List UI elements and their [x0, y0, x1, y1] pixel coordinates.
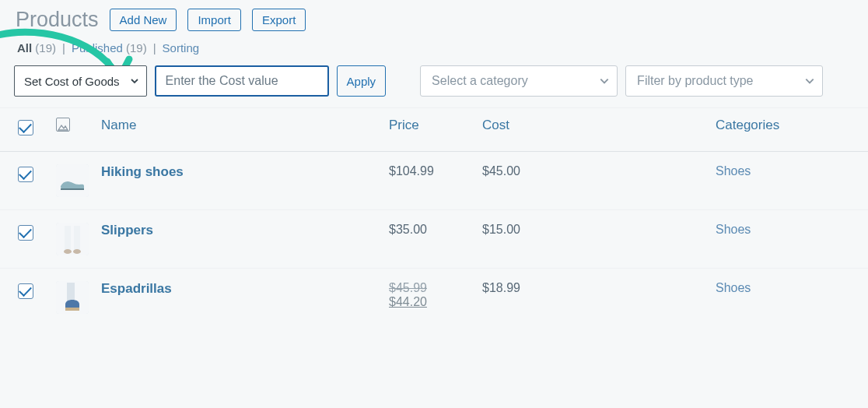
table-row: Slippers $35.00 $15.00 Shoes: [0, 210, 868, 269]
filter-separator: |: [62, 41, 65, 55]
add-new-button[interactable]: Add New: [110, 9, 177, 31]
image-column-icon: [56, 118, 70, 132]
product-category-link[interactable]: Shoes: [716, 281, 751, 294]
product-type-filter-label: Filter by product type: [637, 74, 753, 88]
product-name-link[interactable]: Slippers: [101, 223, 153, 237]
svg-point-5: [73, 249, 81, 254]
product-category-link[interactable]: Shoes: [716, 223, 751, 236]
product-thumbnail[interactable]: [56, 164, 89, 197]
product-thumbnail[interactable]: [56, 223, 89, 255]
filter-published[interactable]: Published (19): [72, 41, 147, 55]
filter-all[interactable]: All (19): [17, 41, 56, 55]
category-filter-select[interactable]: Select a category: [420, 65, 618, 97]
products-table: Name Price Cost Categories Hiking shoes …: [0, 107, 868, 326]
bulk-action-select[interactable]: Set Cost of Goods: [14, 65, 147, 97]
row-checkbox[interactable]: [18, 283, 33, 299]
product-price-original: $45.99: [389, 281, 470, 295]
column-header-price[interactable]: Price: [383, 108, 476, 152]
filter-separator: |: [153, 41, 156, 55]
product-thumbnail[interactable]: [56, 281, 89, 314]
svg-rect-8: [65, 308, 79, 311]
column-header-categories[interactable]: Categories: [709, 108, 868, 152]
product-price: $35.00: [389, 223, 427, 236]
cost-value-input[interactable]: [155, 65, 329, 97]
table-row: Espadrillas $45.99 $44.20 $18.99 Shoes: [0, 269, 868, 327]
filter-all-count: (19): [35, 41, 56, 55]
filter-all-label: All: [17, 41, 32, 55]
column-header-name[interactable]: Name: [95, 108, 383, 152]
product-name-link[interactable]: Hiking shoes: [101, 164, 184, 179]
apply-button[interactable]: Apply: [337, 65, 387, 97]
filter-published-label: Published: [72, 41, 123, 55]
import-button[interactable]: Import: [187, 9, 241, 31]
svg-point-4: [64, 249, 72, 254]
filter-sorting[interactable]: Sorting: [163, 41, 200, 55]
product-cost: $15.00: [482, 223, 520, 236]
svg-rect-1: [56, 223, 89, 255]
product-category-link[interactable]: Shoes: [716, 164, 751, 178]
product-price: $104.99: [389, 164, 434, 178]
row-checkbox[interactable]: [18, 167, 33, 182]
product-price-sale: $44.20: [389, 295, 427, 308]
product-cost: $45.00: [482, 164, 520, 178]
svg-rect-0: [56, 164, 89, 197]
page-title: Products: [16, 8, 99, 32]
export-button[interactable]: Export: [252, 9, 306, 31]
row-checkbox[interactable]: [18, 225, 33, 241]
category-filter-label: Select a category: [432, 74, 528, 88]
product-type-filter-select[interactable]: Filter by product type: [625, 65, 823, 97]
select-all-checkbox[interactable]: [18, 120, 33, 135]
svg-rect-2: [65, 226, 71, 252]
product-name-link[interactable]: Espadrillas: [101, 281, 172, 296]
svg-rect-3: [74, 226, 80, 252]
filter-published-count: (19): [126, 41, 147, 55]
table-row: Hiking shoes $104.99 $45.00 Shoes: [0, 152, 868, 210]
product-cost: $18.99: [482, 281, 520, 294]
product-price: $45.99 $44.20: [389, 281, 470, 308]
column-header-cost[interactable]: Cost: [476, 108, 709, 152]
